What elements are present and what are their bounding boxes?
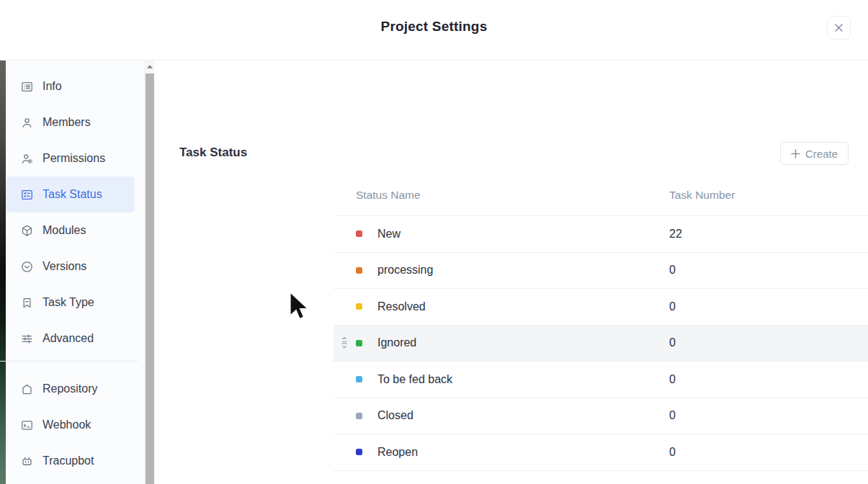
sidebar-item-tracupbot[interactable]: Tracupbot (6, 443, 135, 479)
sliders-icon (20, 332, 34, 346)
task-number: 22 (669, 228, 682, 241)
table-row-new[interactable]: New22 (334, 216, 868, 253)
status-name: Closed (377, 409, 413, 422)
sidebar-item-label: Tracupbot (42, 454, 94, 467)
task-status-table-body: New22processing0Resolved0Ignored0To be f… (334, 216, 868, 471)
repository-icon (20, 382, 34, 396)
sidebar-item-versions[interactable]: Versions (6, 248, 135, 284)
column-header-task-number: Task Number (669, 189, 735, 202)
sidebar-item-label: Modules (42, 224, 86, 237)
sidebar-item-permissions[interactable]: Permissions (6, 140, 135, 176)
bookmark-icon (20, 296, 34, 310)
status-color-dot (356, 376, 362, 382)
circle-check-icon (20, 260, 34, 274)
status-color-dot (356, 267, 362, 274)
sidebar-item-task-type[interactable]: Task Type (6, 284, 135, 321)
task-number: 0 (669, 336, 676, 349)
modal-header: Project Settings (0, 0, 868, 60)
task-number: 0 (669, 300, 676, 313)
status-color-dot (356, 303, 362, 310)
status-name: Resolved (377, 300, 426, 313)
close-icon (833, 22, 844, 33)
sidebar-item-members[interactable]: Members (6, 104, 135, 140)
task-number: 0 (669, 409, 676, 422)
status-name: processing (377, 264, 433, 277)
sidebar-item-label: Advanced (42, 332, 94, 345)
table-row-resolved[interactable]: Resolved0 (334, 289, 868, 326)
status-color-dot (356, 413, 362, 419)
status-color-dot (356, 449, 362, 455)
status-name: Ignored (377, 336, 416, 349)
close-button[interactable] (827, 16, 851, 40)
robot-icon (20, 454, 34, 468)
background-edge-strip (0, 60, 6, 484)
person-icon (20, 116, 34, 130)
page-title: Project Settings (0, 19, 868, 35)
sidebar-item-info[interactable]: Info (6, 68, 135, 104)
person-key-icon (20, 152, 34, 166)
status-name: To be fed back (377, 373, 452, 386)
table-row-ignored[interactable]: Ignored0 (334, 326, 868, 362)
terminal-icon (20, 418, 34, 432)
sidebar-item-label: Versions (42, 260, 86, 273)
sidebar-item-label: Webhook (42, 418, 91, 431)
info-list-icon (20, 80, 34, 94)
status-color-dot (356, 230, 362, 237)
table-header: Status Name Task Number (334, 176, 868, 216)
create-button-label: Create (805, 148, 838, 160)
scrollbar-up-button[interactable] (145, 60, 155, 73)
status-name: New (377, 228, 401, 241)
sidebar-item-repository[interactable]: Repository (6, 371, 135, 407)
section-title: Task Status (179, 145, 247, 160)
sidebar-item-label: Repository (42, 382, 97, 395)
task-number: 0 (669, 264, 676, 277)
sidebar-scrollbar[interactable] (144, 60, 154, 484)
table-row-reopen[interactable]: Reopen0 (334, 434, 868, 471)
sidebar-item-label: Task Status (42, 188, 102, 201)
drag-handle-icon[interactable] (339, 336, 350, 350)
table-row-processing[interactable]: processing0 (334, 253, 868, 290)
table-row-closed[interactable]: Closed0 (334, 398, 868, 435)
sidebar-item-label: Task Type (42, 296, 94, 309)
content-panel: Task Status Create Status Name Task Numb… (154, 60, 868, 484)
task-number: 0 (669, 446, 676, 459)
task-number: 0 (669, 373, 676, 386)
task-status-table: Status Name Task Number New22processing0… (334, 176, 868, 471)
sidebar-item-modules[interactable]: Modules (6, 212, 135, 248)
sidebar-item-webhook[interactable]: Webhook (6, 407, 135, 443)
status-name: Reopen (377, 446, 418, 459)
sidebar-item-label: Permissions (42, 152, 105, 165)
cube-icon (20, 224, 34, 238)
sidebar-item-label: Info (42, 80, 62, 93)
create-button[interactable]: Create (780, 142, 849, 165)
settings-sidebar: InfoMembersPermissionsTask StatusModules… (6, 60, 144, 484)
sidebar-item-task-status[interactable]: Task Status (6, 176, 135, 212)
plus-icon (791, 149, 800, 158)
table-row-to-be-fed-back[interactable]: To be fed back0 (334, 362, 868, 398)
sidebar-divider (0, 361, 138, 362)
checklist-icon (20, 188, 34, 202)
scrollbar-thumb[interactable] (146, 73, 154, 484)
sidebar-item-advanced[interactable]: Advanced (6, 321, 135, 357)
column-header-status-name: Status Name (356, 189, 421, 202)
sidebar-item-label: Members (42, 116, 91, 129)
status-color-dot (356, 340, 362, 346)
scroll-up-arrow-icon (147, 65, 153, 68)
